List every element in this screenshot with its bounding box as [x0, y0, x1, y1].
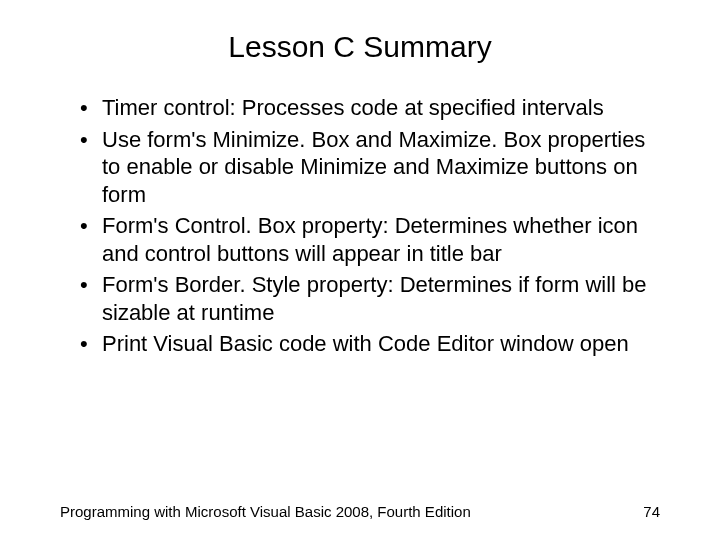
bullet-list: Timer control: Processes code at specifi…: [80, 94, 660, 358]
list-item: Form's Control. Box property: Determines…: [80, 212, 660, 267]
page-number: 74: [643, 503, 660, 520]
list-item: Use form's Minimize. Box and Maximize. B…: [80, 126, 660, 209]
slide-body: Timer control: Processes code at specifi…: [0, 74, 720, 358]
slide-title: Lesson C Summary: [0, 0, 720, 74]
list-item: Timer control: Processes code at specifi…: [80, 94, 660, 122]
list-item: Print Visual Basic code with Code Editor…: [80, 330, 660, 358]
list-item: Form's Border. Style property: Determine…: [80, 271, 660, 326]
footer: Programming with Microsoft Visual Basic …: [60, 503, 660, 520]
footer-source: Programming with Microsoft Visual Basic …: [60, 503, 471, 520]
slide: Lesson C Summary Timer control: Processe…: [0, 0, 720, 540]
